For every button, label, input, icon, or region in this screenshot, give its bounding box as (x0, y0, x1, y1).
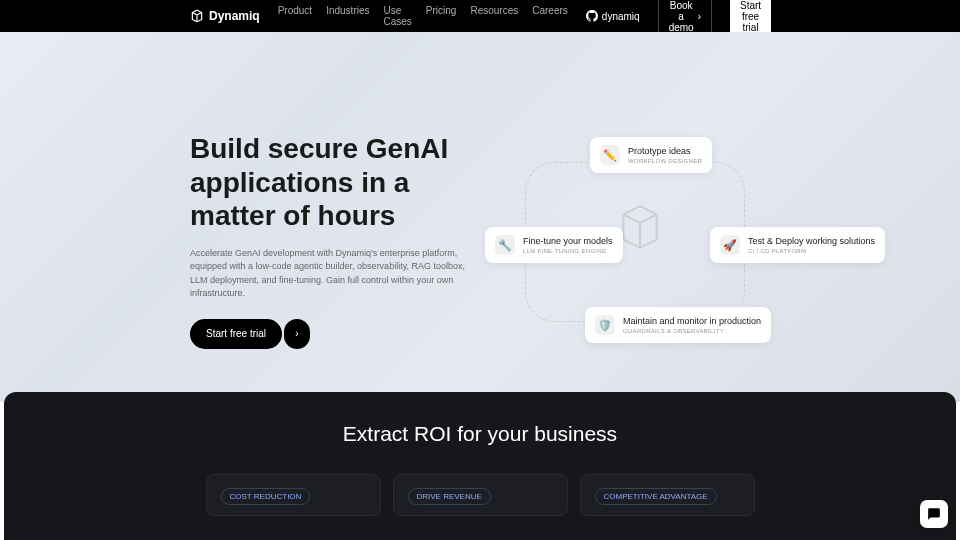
shield-icon: 🛡️ (595, 315, 615, 335)
roi-title: Extract ROI for your business (4, 422, 956, 446)
main-nav: Product Industries Use Cases Pricing Res… (278, 5, 568, 27)
feature-title: Maintain and monitor in production (623, 316, 761, 327)
nav-industries[interactable]: Industries (326, 5, 369, 27)
nav-product[interactable]: Product (278, 5, 312, 27)
github-icon (586, 10, 598, 22)
github-link[interactable]: dynamiq (586, 10, 640, 22)
feature-subtitle: WORKFLOW DESIGNER (628, 158, 702, 164)
feature-card-monitor: 🛡️ Maintain and monitor in production GU… (585, 307, 771, 343)
chevron-right-icon: › (698, 11, 701, 22)
feature-diagram: ✏️ Prototype ideas WORKFLOW DESIGNER 🔧 F… (490, 102, 790, 352)
logo-icon (190, 9, 204, 23)
roi-badge: DRIVE REVENUE (408, 488, 491, 505)
feature-subtitle: GUARDRAILS & OBSERVABILITY (623, 328, 761, 334)
feature-card-prototype: ✏️ Prototype ideas WORKFLOW DESIGNER (590, 137, 712, 173)
feature-subtitle: CI / CD PLATFORM (748, 248, 875, 254)
feature-title: Prototype ideas (628, 146, 702, 157)
roi-section: Extract ROI for your business COST REDUC… (4, 392, 956, 540)
nav-resources[interactable]: Resources (470, 5, 518, 27)
pencil-icon: ✏️ (600, 145, 620, 165)
roi-card-advantage: COMPETITIVE ADVANTAGE (580, 474, 755, 516)
hero-section: Build secure GenAI applications in a mat… (0, 32, 960, 402)
hero-arrow-button[interactable]: › (284, 319, 310, 349)
hero-title: Build secure GenAI applications in a mat… (190, 132, 490, 233)
feature-subtitle: LLM FINE-TUNING ENGINE (523, 248, 613, 254)
feature-card-finetune: 🔧 Fine-tune your models LLM FINE-TUNING … (485, 227, 623, 263)
logo[interactable]: Dynamiq (190, 9, 260, 23)
github-label: dynamiq (602, 11, 640, 22)
rocket-icon: 🚀 (720, 235, 740, 255)
header: Dynamiq Product Industries Use Cases Pri… (0, 0, 960, 32)
hero-description: Accelerate GenAI development with Dynami… (190, 247, 480, 301)
chevron-right-icon: › (295, 328, 298, 339)
chat-icon (927, 507, 941, 521)
roi-badge: COST REDUCTION (221, 488, 311, 505)
nav-pricing[interactable]: Pricing (426, 5, 457, 27)
roi-cards: COST REDUCTION DRIVE REVENUE COMPETITIVE… (4, 474, 956, 516)
feature-card-deploy: 🚀 Test & Deploy working solutions CI / C… (710, 227, 885, 263)
brand-name: Dynamiq (209, 9, 260, 23)
nav-use-cases[interactable]: Use Cases (384, 5, 412, 27)
roi-card-cost: COST REDUCTION (206, 474, 381, 516)
chat-widget-button[interactable] (920, 500, 948, 528)
feature-title: Test & Deploy working solutions (748, 236, 875, 247)
roi-card-revenue: DRIVE REVENUE (393, 474, 568, 516)
nav-careers[interactable]: Careers (532, 5, 568, 27)
hero-start-trial-button[interactable]: Start free trial (190, 319, 282, 349)
wrench-icon: 🔧 (495, 235, 515, 255)
feature-title: Fine-tune your models (523, 236, 613, 247)
roi-badge: COMPETITIVE ADVANTAGE (595, 488, 717, 505)
book-demo-label: Book a demo (669, 0, 694, 33)
